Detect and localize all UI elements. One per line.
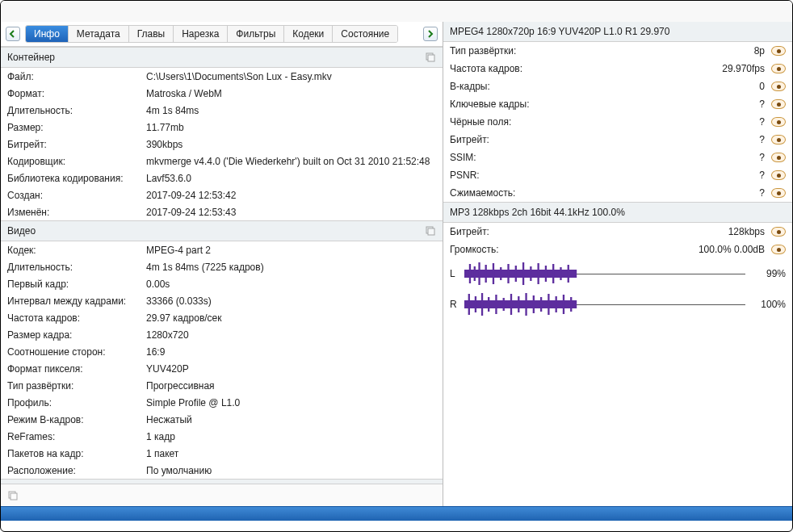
waveform-icon <box>464 262 745 286</box>
arrow-left-icon <box>9 30 17 38</box>
tab-status[interactable]: Состояние <box>333 26 397 42</box>
value: ? <box>692 134 765 145</box>
value: ? <box>692 187 765 199</box>
tab-info[interactable]: Инфо <box>26 26 69 42</box>
info-scroll[interactable]: Контейнер Файл:C:\Users\1\Documents\Son … <box>1 47 443 484</box>
value: По умолчанию <box>146 465 436 476</box>
value: 33366 (0.033s) <box>146 295 436 307</box>
label: ReFrames: <box>7 431 146 442</box>
channel-l-label: L <box>450 268 458 279</box>
svg-rect-33 <box>525 293 527 316</box>
svg-rect-34 <box>533 295 535 313</box>
section-video-label: Видео <box>7 225 36 237</box>
copy-icon[interactable] <box>425 225 436 237</box>
label: Кодек: <box>7 245 146 256</box>
label: Библиотека кодирования: <box>7 173 146 184</box>
svg-rect-19 <box>537 263 539 284</box>
video-summary-header: MPEG4 1280x720p 16:9 YUV420P L1.0 R1 29.… <box>443 22 792 42</box>
row-reframes: ReFrames:1 кадр <box>1 428 443 445</box>
eye-icon[interactable] <box>771 46 786 56</box>
row-size: Размер:11.77mb <box>1 119 443 136</box>
eye-icon[interactable] <box>771 135 786 145</box>
svg-rect-30 <box>503 298 505 311</box>
svg-rect-11 <box>478 262 480 285</box>
row-video-codec: Кодек:MPEG-4 part 2 <box>1 241 443 258</box>
tab-toolbar: Инфо Метадата Главы Нарезка Фильтры Коде… <box>1 22 443 47</box>
rrow-scan: Тип развёртки:8p <box>443 42 792 60</box>
label: Сжимаемость: <box>450 187 692 199</box>
row-fps: Частота кадров:29.97 кадров/сек <box>1 309 443 326</box>
value: 4m 1s 84ms (7225 кадров) <box>146 262 436 273</box>
label: PSNR: <box>450 170 692 181</box>
svg-rect-29 <box>495 295 497 314</box>
label: Тип развёртки: <box>450 45 692 57</box>
tab-metadata[interactable]: Метадата <box>69 26 129 42</box>
label: Кодировщик: <box>7 156 146 167</box>
svg-rect-38 <box>563 295 564 314</box>
svg-rect-25 <box>468 294 470 315</box>
value: mkvmerge v4.4.0 ('Die Wiederkehr') built… <box>146 156 436 167</box>
row-first-frame: Первый кадр:0.00s <box>1 275 443 292</box>
section-container-label: Контейнер <box>7 52 55 63</box>
value: ? <box>692 98 765 110</box>
tab-filters[interactable]: Фильтры <box>228 26 284 42</box>
svg-rect-23 <box>568 265 569 283</box>
value: Lavf53.6.0 <box>146 173 436 184</box>
row-bframes: Режим B-кадров:Несжатый <box>1 411 443 428</box>
eye-icon[interactable] <box>771 117 786 127</box>
copy-icon[interactable] <box>425 52 436 63</box>
eye-icon[interactable] <box>771 99 786 109</box>
value: ? <box>692 116 765 128</box>
value: 0.00s <box>146 279 436 290</box>
value: 0 <box>692 81 765 92</box>
video-summary-text: MPEG4 1280x720p 16:9 YUV420P L1.0 R1 29.… <box>450 26 669 37</box>
rrow-volume: Громкость:100.0% 0.00dB <box>443 241 792 258</box>
label: Создан: <box>7 190 146 201</box>
rrow-psnr: PSNR:? <box>443 166 792 184</box>
eye-icon[interactable] <box>771 227 786 237</box>
value: Прогрессивная <box>146 380 436 392</box>
eye-icon[interactable] <box>771 188 786 198</box>
nav-back-button[interactable] <box>6 27 20 41</box>
nav-forward-button[interactable] <box>423 27 438 41</box>
row-duration: Длительность:4m 1s 84ms <box>1 102 443 119</box>
svg-rect-22 <box>560 267 561 280</box>
arrow-right-icon <box>426 30 434 38</box>
tab-codecs[interactable]: Кодеки <box>284 26 333 42</box>
label: Размер кадра: <box>7 329 146 341</box>
label: Ключевые кадры: <box>450 98 692 110</box>
eye-icon[interactable] <box>771 170 786 180</box>
eye-icon[interactable] <box>771 245 786 254</box>
eye-icon[interactable] <box>771 153 786 162</box>
tab-cut[interactable]: Нарезка <box>174 26 228 42</box>
svg-rect-13 <box>493 263 494 284</box>
value: Matroska / WebM <box>146 88 436 99</box>
label: Громкость: <box>450 244 692 255</box>
channel-r-label: R <box>450 299 458 310</box>
label: Соотношение сторон: <box>7 346 146 358</box>
section-video: Видео <box>1 220 443 241</box>
svg-rect-10 <box>474 266 476 281</box>
channel-l-pct: 99% <box>752 268 786 279</box>
label: Битрейт: <box>450 226 692 237</box>
value: 2017-09-24 12:53:42 <box>146 190 436 201</box>
label: Расположение: <box>7 465 146 476</box>
row-modified: Изменён:2017-09-24 12:53:43 <box>1 203 443 220</box>
value: 2017-09-24 12:53:43 <box>146 207 436 218</box>
row-library: Библиотека кодирования:Lavf53.6.0 <box>1 170 443 186</box>
svg-rect-20 <box>545 266 547 282</box>
value: 29.970fps <box>692 63 765 74</box>
row-scan: Тип развёртки:Прогрессивная <box>1 377 443 394</box>
label: Частота кадров: <box>450 63 692 74</box>
value: 1 пакет <box>146 448 436 459</box>
eye-icon[interactable] <box>771 64 786 73</box>
status-bar <box>1 506 792 521</box>
eye-icon[interactable] <box>771 82 786 91</box>
value: 390kbps <box>146 139 436 150</box>
svg-rect-28 <box>488 297 489 312</box>
row-file: Файл:C:\Users\1\Documents\Son Lux - Easy… <box>1 68 443 85</box>
copy-icon[interactable] <box>7 490 19 501</box>
tab-chapters[interactable]: Главы <box>129 26 174 42</box>
svg-rect-12 <box>485 265 487 283</box>
value: 1280x720 <box>146 329 436 341</box>
